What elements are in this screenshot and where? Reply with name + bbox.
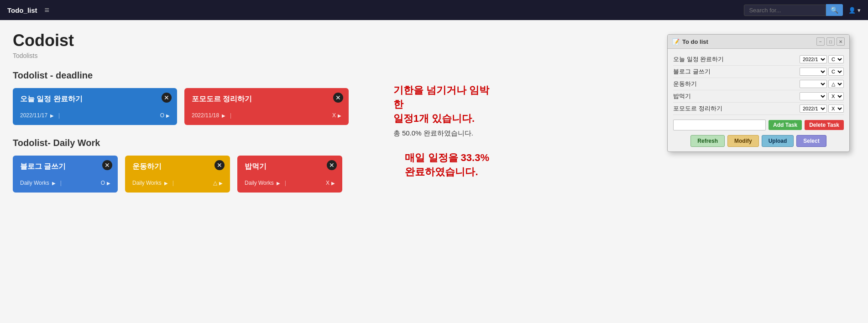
section2-alert-text: 매일 일정을 33.3% 완료하였습니다. (405, 151, 489, 179)
section2-cards: ✕ 블로그 글쓰기 Daily Works ▶ | O ▶ ✕ 운동하기 Dai… (13, 156, 394, 205)
menu-icon[interactable]: ≡ (45, 5, 50, 15)
fw-refresh-button[interactable]: Refresh (690, 135, 725, 147)
fw-select-button[interactable]: Select (796, 135, 826, 147)
fw-task-date-select-0[interactable]: 2022/12022/2 (800, 55, 827, 63)
card-triangle-2: ▶ (222, 113, 225, 118)
card-footer-5: Daily Works ▶ | X ▶ (245, 180, 335, 186)
card-status-5: X ▶ (326, 180, 335, 186)
card-close-button-3[interactable]: ✕ (102, 160, 112, 170)
section1-cards: ✕ 오늘 일정 완료하기 2022/11/17 ▶ | O ▶ ✕ 포모도르 정… (13, 88, 382, 138)
page-title: Codoist (13, 31, 489, 50)
floating-todo-window: 📝 To do list − □ ✕ 오늘 일정 완료하기2022/12022/… (667, 34, 850, 152)
fw-minimize-button[interactable]: − (816, 37, 825, 46)
card-date-5: Daily Works (245, 180, 274, 186)
card-close-button-5[interactable]: ✕ (327, 160, 337, 170)
card-triangle-3: ▶ (52, 181, 56, 186)
main-content: Codoist Todolists Todolist - deadline ✕ … (0, 20, 502, 216)
fw-task-selects-2: 2022/1CX△ (800, 80, 844, 88)
card-status-2: X ▶ (332, 112, 341, 119)
section2-alert: 매일 일정을 33.3% 완료하였습니다. (405, 151, 489, 179)
fw-task-row: 블로그 글쓰기2022/1CX△ (673, 66, 844, 78)
card-triangle-4: ▶ (164, 181, 168, 186)
card-close-button-4[interactable]: ✕ (214, 160, 225, 170)
fw-task-row: 밥먹기2022/1CX△ (673, 90, 844, 103)
card-close-button-1[interactable]: ✕ (162, 93, 172, 103)
card-footer-1: 2022/11/17 ▶ | O ▶ (20, 112, 170, 119)
fw-new-task-input[interactable] (673, 120, 766, 130)
fw-maximize-button[interactable]: □ (826, 37, 835, 46)
fw-task-date-select-4[interactable]: 2022/12022/2 (800, 104, 827, 113)
section1-content: ✕ 오늘 일정 완료하기 2022/11/17 ▶ | O ▶ ✕ 포모도르 정… (13, 88, 489, 138)
fw-task-list: 오늘 일정 완료하기2022/12022/2CX△블로그 글쓰기2022/1CX… (673, 53, 844, 115)
fw-titlebar: 📝 To do list − □ ✕ (668, 35, 849, 49)
fw-task-name-2: 운동하기 (673, 80, 800, 88)
card-daily-1: ✕ 블로그 글쓰기 Daily Works ▶ | O ▶ (13, 156, 118, 193)
card-title-3: 블로그 글쓰기 (20, 162, 110, 172)
card-daily-2: ✕ 운동하기 Daily Works ▶ | △ ▶ (125, 156, 230, 193)
section2-title: Todolist- Daily Work (13, 138, 489, 148)
fw-task-name-1: 블로그 글쓰기 (673, 68, 800, 76)
section2-cards-row: ✕ 블로그 글쓰기 Daily Works ▶ | O ▶ ✕ 운동하기 Dai… (13, 156, 394, 193)
fw-task-status-select-0[interactable]: CX△ (828, 55, 844, 63)
card-title-4: 운동하기 (132, 162, 223, 172)
fw-task-row: 운동하기2022/1CX△ (673, 78, 844, 90)
section2-content: ✕ 블로그 글쓰기 Daily Works ▶ | O ▶ ✕ 운동하기 Dai… (13, 156, 489, 205)
fw-action-row: Refresh Modify Upload Select (673, 135, 844, 147)
section1-alert: 기한을 넘기거나 임박 한 일정1개 있습니다. 총 50.0% 완료하였습니다… (393, 83, 489, 138)
card-date-4: Daily Works (132, 180, 162, 186)
card-title-1: 오늘 일정 완료하기 (20, 94, 170, 104)
fw-title-text: To do list (682, 38, 816, 45)
section1-alert-summary: 총 50.0% 완료하였습니다. (393, 129, 489, 138)
card-daily-3: ✕ 밥먹기 Daily Works ▶ | X ▶ (237, 156, 342, 193)
fw-task-date-select-3[interactable]: 2022/1 (800, 92, 827, 100)
card-deadline-2: ✕ 포모도르 정리하기 2022/11/18 ▶ | X ▶ (184, 88, 349, 125)
card-close-button-2[interactable]: ✕ (333, 93, 343, 103)
search-button[interactable]: 🔍 (826, 4, 843, 16)
card-triangle-5: ▶ (277, 181, 280, 186)
card-date-3: Daily Works (20, 180, 49, 186)
section1-alert-text: 기한을 넘기거나 임박 한 일정1개 있습니다. (393, 83, 489, 125)
fw-task-selects-0: 2022/12022/2CX△ (800, 55, 844, 63)
card-triangle-1: ▶ (50, 113, 54, 118)
app-title: Todo_list (7, 6, 37, 14)
fw-modify-button[interactable]: Modify (727, 135, 759, 147)
search-bar: 🔍 (744, 4, 843, 16)
fw-task-row: 오늘 일정 완료하기2022/12022/2CX△ (673, 53, 844, 66)
card-status-1: O ▶ (160, 112, 170, 119)
fw-task-status-select-4[interactable]: CX△ (828, 104, 844, 113)
card-title-5: 밥먹기 (245, 162, 335, 172)
fw-task-date-select-1[interactable]: 2022/1 (800, 68, 827, 76)
fw-add-task-button[interactable]: Add Task (769, 120, 802, 130)
fw-task-row: 포모도르 정리하기2022/12022/2CX△ (673, 103, 844, 115)
fw-task-selects-4: 2022/12022/2CX△ (800, 104, 844, 113)
fw-upload-button[interactable]: Upload (762, 135, 794, 147)
fw-task-date-select-2[interactable]: 2022/1 (800, 80, 827, 88)
card-deadline-1: ✕ 오늘 일정 완료하기 2022/11/17 ▶ | O ▶ (13, 88, 177, 125)
card-status-4: △ ▶ (213, 180, 223, 186)
card-date-2: 2022/11/18 (192, 112, 219, 119)
fw-task-name-0: 오늘 일정 완료하기 (673, 55, 800, 63)
fw-task-status-select-2[interactable]: CX△ (828, 80, 844, 88)
card-status-3: O ▶ (101, 180, 110, 186)
fw-delete-task-button[interactable]: Delete Task (805, 120, 844, 130)
fw-task-selects-1: 2022/1CX△ (800, 68, 844, 76)
fw-input-row: Add Task Delete Task (673, 120, 844, 130)
card-title-2: 포모도르 정리하기 (192, 94, 341, 104)
section1-title: Todolist - deadline (13, 70, 489, 81)
section1-cards-row: ✕ 오늘 일정 완료하기 2022/11/17 ▶ | O ▶ ✕ 포모도르 정… (13, 88, 382, 125)
card-footer-3: Daily Works ▶ | O ▶ (20, 180, 110, 186)
fw-window-controls: − □ ✕ (816, 37, 845, 46)
fw-task-name-3: 밥먹기 (673, 92, 800, 100)
page-subtitle: Todolists (13, 52, 489, 59)
card-footer-4: Daily Works ▶ | △ ▶ (132, 180, 223, 186)
fw-body: 오늘 일정 완료하기2022/12022/2CX△블로그 글쓰기2022/1CX… (668, 49, 849, 151)
fw-task-status-select-3[interactable]: CX△ (828, 92, 844, 100)
fw-title-icon: 📝 (672, 38, 680, 45)
search-input[interactable] (744, 5, 826, 16)
card-date-1: 2022/11/17 (20, 112, 47, 119)
fw-task-status-select-1[interactable]: CX△ (828, 68, 844, 76)
user-menu[interactable]: 👤 ▾ (848, 7, 861, 14)
fw-close-button[interactable]: ✕ (837, 37, 845, 46)
fw-task-selects-3: 2022/1CX△ (800, 92, 844, 100)
card-footer-2: 2022/11/18 ▶ | X ▶ (192, 112, 341, 119)
